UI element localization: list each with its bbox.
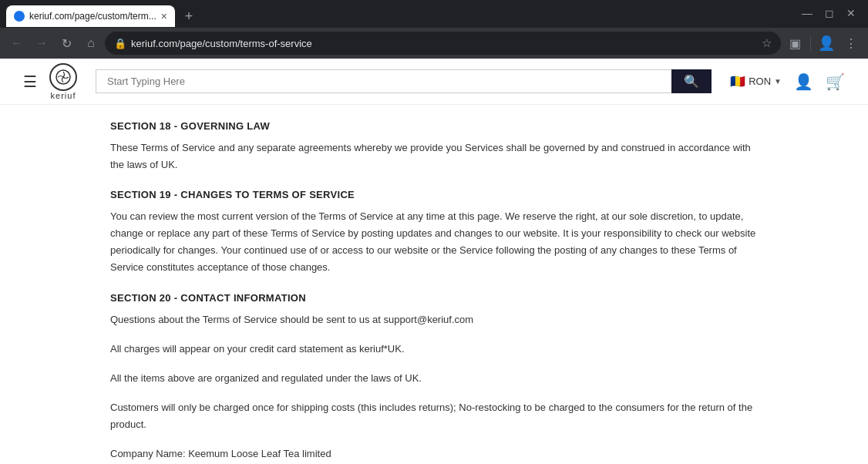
flag-icon: 🇷🇴 [730,74,745,89]
restore-button[interactable]: ◻ [825,7,834,19]
section-20-line4: Customers will only be charged once for … [110,399,758,433]
browser-chrome: keriuf.com/page/custom/term... × + — ◻ ✕… [0,0,868,59]
main-content: SECTION 18 - GOVERNING LAW These Terms o… [87,105,781,464]
section-20-line3: All the items above are organized and re… [110,370,758,387]
page: ☰ keriuf 🔍 🇷🇴 RON ▼ 👤 [0,59,868,464]
tab-bar: keriuf.com/page/custom/term... × + — ◻ ✕ [0,0,868,28]
hamburger-menu-icon[interactable]: ☰ [23,72,37,91]
toolbar-icons: ▣ 👤 ⋮ [784,32,862,54]
minimize-button[interactable]: — [802,7,812,19]
active-tab[interactable]: keriuf.com/page/custom/term... × [6,5,175,27]
reload-button[interactable]: ↻ [56,32,77,54]
currency-text: RON [749,76,771,87]
address-bar-row: ← → ↻ ⌂ 🔒 keriuf.com/page/custom/terms-o… [0,28,868,59]
search-button[interactable]: 🔍 [671,69,712,93]
header-right: 🇷🇴 RON ▼ 👤 🛒 [730,72,845,91]
close-button[interactable]: ✕ [846,7,856,19]
section-18-body: These Terms of Service and any separate … [110,140,758,173]
logo-text: keriuf [51,91,76,100]
section-20-heading: SECTION 20 - CONTACT INFORMATION [110,292,758,304]
section-20-block: SECTION 20 - CONTACT INFORMATION Questio… [110,292,758,464]
search-input[interactable] [96,69,671,93]
site-header: ☰ keriuf 🔍 🇷🇴 RON ▼ 👤 [0,59,868,105]
section-19-block: SECTION 19 - CHANGES TO TERMS OF SERVICE… [110,189,758,276]
home-button[interactable]: ⌂ [80,32,102,54]
chevron-down-icon: ▼ [774,77,782,86]
search-form: 🔍 [96,69,712,93]
bookmark-icon[interactable]: ☆ [762,36,772,50]
menu-button[interactable]: ⋮ [840,32,862,54]
window-controls: — ◻ ✕ [802,7,862,25]
section-20-line1: Questions about the Terms of Service sho… [110,311,758,328]
section-19-heading: SECTION 19 - CHANGES TO TERMS OF SERVICE [110,189,758,200]
section-19-body: You can review the most current version … [110,208,758,276]
cart-icon[interactable]: 🛒 [826,72,845,91]
back-button[interactable]: ← [6,32,28,54]
tab-close-button[interactable]: × [161,10,167,22]
secure-icon: 🔒 [114,38,126,49]
separator [810,35,811,51]
company-name: Company Name: Keemum Loose Leaf Tea limi… [110,446,758,462]
section-18-heading: SECTION 18 - GOVERNING LAW [110,120,758,132]
currency-selector[interactable]: 🇷🇴 RON ▼ [730,74,782,89]
tab-favicon [14,11,25,22]
address-text: keriuf.com/page/custom/terms-of-service [131,38,757,49]
address-bar[interactable]: 🔒 keriuf.com/page/custom/terms-of-servic… [105,32,781,55]
section-20-line2: All charges will appear on your credit c… [110,341,758,358]
extensions-button[interactable]: ▣ [784,32,806,54]
tab-title: keriuf.com/page/custom/term... [29,11,156,22]
profile-button[interactable]: 👤 [816,32,837,54]
forward-button[interactable]: → [31,32,52,54]
section-18-block: SECTION 18 - GOVERNING LAW These Terms o… [110,120,758,173]
new-tab-button[interactable]: + [178,5,200,27]
logo-circle [49,63,77,91]
account-icon[interactable]: 👤 [794,72,813,91]
search-icon: 🔍 [684,74,699,89]
logo[interactable]: keriuf [49,63,77,100]
